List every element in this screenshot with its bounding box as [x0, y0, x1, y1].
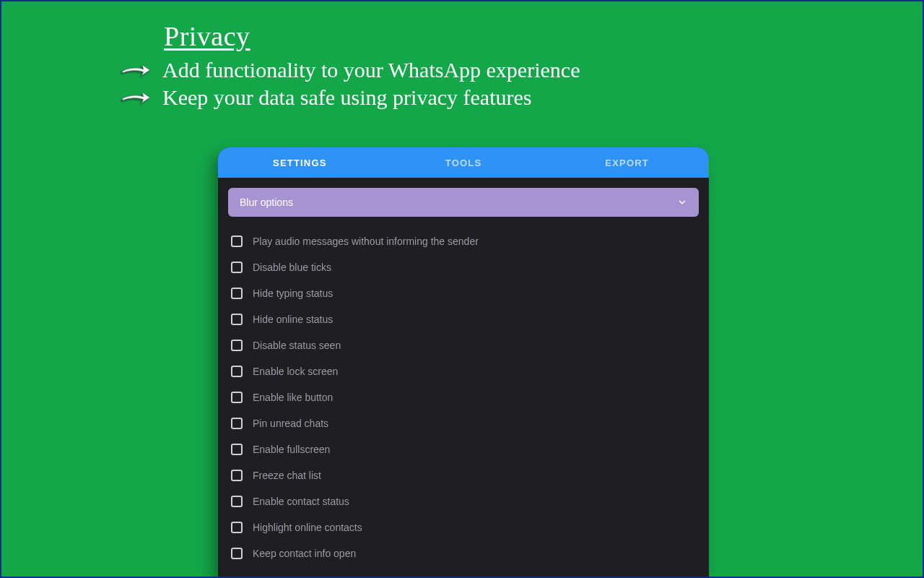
option-row[interactable]: Hide online status	[230, 306, 697, 332]
checkbox[interactable]	[231, 548, 243, 559]
hero-subtitle-2: Keep your data safe using privacy featur…	[162, 85, 531, 110]
checkbox[interactable]	[231, 262, 243, 273]
option-label: Freeze chat list	[253, 470, 321, 481]
hero-section: Privacy Add functionality to your WhatsA…	[121, 20, 580, 113]
option-label: Enable like button	[253, 392, 333, 403]
option-row[interactable]: Keep contact info open	[230, 540, 697, 566]
blur-options-dropdown[interactable]: Blur options	[228, 188, 699, 217]
checkbox[interactable]	[231, 522, 243, 533]
option-row[interactable]: Disable status seen	[230, 332, 697, 358]
option-label: Disable status seen	[253, 340, 341, 351]
tab-settings[interactable]: SETTINGS	[218, 147, 382, 178]
settings-panel: SETTINGS TOOLS EXPORT Blur options Play …	[218, 147, 709, 578]
option-label: Keep contact info open	[253, 548, 356, 559]
option-row[interactable]: Enable fullscreen	[230, 436, 697, 462]
checkbox[interactable]	[231, 392, 243, 403]
option-label: Disable blue ticks	[253, 262, 331, 273]
arrow-right-icon	[121, 61, 151, 79]
option-label: Enable lock screen	[253, 366, 338, 377]
option-label: Enable contact status	[253, 496, 349, 507]
option-label: Hide typing status	[253, 288, 333, 299]
option-row[interactable]: Play audio messages without informing th…	[230, 228, 697, 254]
option-row[interactable]: Pin unread chats	[230, 410, 697, 436]
checkbox[interactable]	[231, 496, 243, 507]
hero-title: Privacy	[164, 20, 580, 52]
panel-body: Blur options Play audio messages without…	[218, 178, 709, 578]
arrow-right-icon	[121, 89, 151, 106]
dropdown-label: Blur options	[240, 197, 293, 208]
checkbox[interactable]	[231, 288, 243, 299]
option-label: Highlight online contacts	[253, 522, 362, 533]
checkbox[interactable]	[231, 314, 243, 325]
hero-line-1: Add functionality to your WhatsApp exper…	[121, 58, 580, 82]
tab-tools[interactable]: TOOLS	[382, 147, 546, 178]
chevron-down-icon	[677, 197, 687, 207]
option-row[interactable]: Highlight online contacts	[230, 514, 697, 540]
checkbox[interactable]	[231, 470, 243, 481]
checkbox[interactable]	[231, 418, 243, 429]
checkbox[interactable]	[231, 340, 243, 351]
checkbox[interactable]	[231, 366, 243, 377]
option-row[interactable]: Enable lock screen	[230, 358, 697, 384]
hero-line-2: Keep your data safe using privacy featur…	[121, 85, 580, 110]
tab-bar: SETTINGS TOOLS EXPORT	[218, 147, 709, 178]
option-row[interactable]: Freeze chat list	[230, 462, 697, 488]
option-label: Pin unread chats	[253, 418, 328, 429]
option-row[interactable]: Disable blue ticks	[230, 254, 697, 280]
checkbox[interactable]	[231, 236, 243, 247]
checkbox[interactable]	[231, 444, 243, 455]
options-list: Play audio messages without informing th…	[228, 228, 699, 578]
option-label: Hide online status	[253, 314, 333, 325]
option-label: Play audio messages without informing th…	[253, 236, 479, 247]
tab-export[interactable]: EXPORT	[545, 147, 709, 178]
option-row[interactable]: Enable contact status	[230, 488, 697, 514]
option-label: Enable fullscreen	[253, 444, 330, 455]
option-row[interactable]: Hide typing status	[230, 280, 697, 306]
hero-subtitle-1: Add functionality to your WhatsApp exper…	[162, 58, 580, 82]
option-row[interactable]: Enable like button	[230, 384, 697, 410]
